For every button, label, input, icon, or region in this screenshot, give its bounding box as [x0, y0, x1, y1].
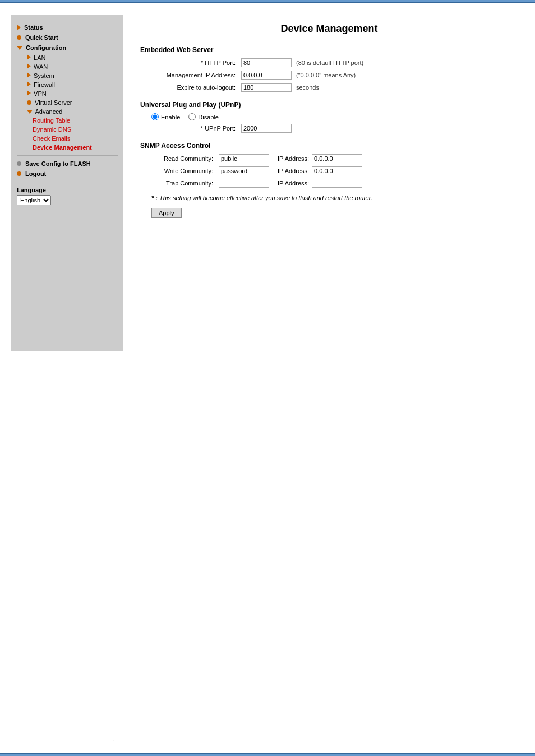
sidebar-item-firewall[interactable]: Firewall	[17, 80, 118, 89]
note-content: This setting will become effective after…	[159, 194, 372, 201]
sidebar-item-logout[interactable]: Logout	[17, 169, 118, 178]
management-ip-label: Management IP Address:	[151, 72, 241, 78]
page-wrapper: Status Quick Start Configuration LAN WAN	[0, 0, 535, 756]
sidebar-item-quickstart-label: Quick Start	[25, 34, 58, 41]
sidebar-item-dynamic-dns[interactable]: Dynamic DNS	[17, 125, 118, 134]
triangle-right-lan-icon	[27, 54, 31, 60]
circle-orange-logout-icon	[17, 171, 21, 176]
language-select[interactable]: English	[17, 195, 51, 205]
upnp-title: Universal Plug and Play (UPnP)	[140, 101, 518, 109]
upnp-disable-text: Disable	[198, 114, 219, 120]
language-label: Language	[17, 187, 118, 193]
sidebar-item-lan-label: LAN	[34, 54, 45, 61]
sidebar-item-dynamic-dns-label: Dynamic DNS	[33, 126, 71, 133]
sidebar-item-device-management[interactable]: Device Management	[17, 143, 118, 152]
triangle-right-wan-icon	[27, 63, 31, 69]
snmp-write-ip-label: IP Address:	[278, 168, 309, 174]
management-ip-hint: ("0.0.0.0" means Any)	[296, 72, 356, 78]
sidebar-item-advanced[interactable]: Advanced	[17, 107, 118, 116]
snmp-read-ip-input[interactable]	[312, 154, 362, 163]
snmp-read-ip-label: IP Address:	[278, 155, 309, 162]
page-title: Device Management	[140, 23, 518, 35]
snmp-trap-row: Trap Community: IP Address:	[140, 179, 518, 188]
upnp-port-row: * UPnP Port:	[140, 124, 518, 133]
main-content: Device Management Embedded Web Server * …	[123, 15, 535, 721]
upnp-port-input[interactable]	[241, 124, 292, 133]
sidebar-item-save-config-label: Save Config to FLASH	[25, 160, 91, 167]
http-port-row: * HTTP Port: (80 is default HTTP port)	[140, 58, 518, 67]
http-port-label: * HTTP Port:	[151, 59, 241, 66]
snmp-read-input[interactable]	[219, 154, 269, 163]
sidebar-item-wan-label: WAN	[34, 63, 48, 70]
content-area: Status Quick Start Configuration LAN WAN	[0, 3, 535, 732]
snmp-write-ip-input[interactable]	[312, 166, 362, 175]
sidebar-item-quickstart[interactable]: Quick Start	[17, 33, 118, 42]
management-ip-row: Management IP Address: ("0.0.0.0" means …	[140, 71, 518, 80]
expire-logout-hint: seconds	[296, 84, 319, 91]
expire-logout-row: Expire to auto-logout: seconds	[140, 83, 518, 92]
upnp-enable-label[interactable]: Enable	[151, 113, 180, 120]
sidebar: Status Quick Start Configuration LAN WAN	[11, 15, 123, 351]
circle-gray-icon	[17, 161, 21, 166]
snmp-write-row: Write Community: IP Address:	[140, 166, 518, 175]
triangle-right-icon	[17, 25, 21, 30]
expire-logout-label: Expire to auto-logout:	[151, 84, 241, 91]
apply-button[interactable]: Apply	[151, 208, 182, 218]
management-ip-input[interactable]	[241, 71, 292, 80]
upnp-disable-radio[interactable]	[188, 113, 196, 120]
upnp-enable-radio[interactable]	[151, 113, 159, 120]
sidebar-item-configuration-label: Configuration	[26, 44, 66, 51]
sidebar-item-device-management-label: Device Management	[33, 144, 92, 151]
bottom-border	[0, 753, 535, 756]
sidebar-item-wan[interactable]: WAN	[17, 62, 118, 71]
triangle-right-system-icon	[27, 72, 31, 78]
sidebar-item-virtual-server-label: Virtual Server	[35, 99, 72, 106]
sidebar-item-lan[interactable]: LAN	[17, 53, 118, 62]
triangle-down-icon	[17, 46, 22, 50]
upnp-enable-text: Enable	[161, 114, 180, 120]
sidebar-item-routing-table[interactable]: Routing Table	[17, 116, 118, 125]
triangle-right-vpn-icon	[27, 90, 31, 96]
note-text: * : This setting will become effective a…	[151, 194, 518, 201]
snmp-write-input[interactable]	[219, 166, 269, 175]
language-section: Language English	[17, 187, 118, 205]
sidebar-item-check-emails-label: Check Emails	[33, 135, 70, 142]
sidebar-item-firewall-label: Firewall	[34, 81, 55, 88]
sidebar-item-save-config[interactable]: Save Config to FLASH	[17, 159, 118, 168]
sidebar-item-routing-table-label: Routing Table	[33, 117, 70, 124]
circle-orange-icon	[17, 35, 21, 40]
circle-orange-vs-icon	[27, 100, 31, 105]
embedded-web-server-title: Embedded Web Server	[140, 46, 518, 54]
sidebar-item-system[interactable]: System	[17, 71, 118, 80]
footer-comma: ,	[112, 735, 114, 742]
triangle-right-firewall-icon	[27, 81, 31, 87]
sidebar-item-configuration[interactable]: Configuration	[17, 43, 118, 52]
upnp-radio-group: Enable Disable	[140, 113, 518, 120]
sidebar-item-virtual-server[interactable]: Virtual Server	[17, 98, 118, 107]
expire-logout-input[interactable]	[241, 83, 292, 92]
snmp-title: SNMP Access Control	[140, 142, 518, 150]
sidebar-item-vpn[interactable]: VPN	[17, 89, 118, 98]
snmp-trap-ip-label: IP Address:	[278, 180, 309, 187]
snmp-write-label: Write Community:	[151, 168, 219, 174]
sidebar-divider	[17, 155, 118, 156]
upnp-port-label: * UPnP Port:	[151, 125, 241, 132]
sidebar-item-logout-label: Logout	[25, 170, 46, 177]
sidebar-item-status-label: Status	[24, 24, 43, 31]
sidebar-item-vpn-label: VPN	[34, 90, 47, 97]
http-port-input[interactable]	[241, 58, 292, 67]
snmp-trap-input[interactable]	[219, 179, 269, 188]
snmp-read-row: Read Community: IP Address:	[140, 154, 518, 163]
sidebar-item-status[interactable]: Status	[17, 23, 118, 32]
snmp-trap-label: Trap Community:	[151, 180, 219, 187]
snmp-read-label: Read Community:	[151, 155, 219, 162]
sidebar-item-advanced-label: Advanced	[35, 108, 62, 115]
http-port-hint: (80 is default HTTP port)	[296, 59, 363, 66]
upnp-disable-label[interactable]: Disable	[188, 113, 219, 120]
snmp-trap-ip-input[interactable]	[312, 179, 362, 188]
triangle-down-advanced-icon	[27, 110, 33, 114]
sidebar-item-system-label: System	[34, 72, 54, 79]
sidebar-item-check-emails[interactable]: Check Emails	[17, 134, 118, 143]
